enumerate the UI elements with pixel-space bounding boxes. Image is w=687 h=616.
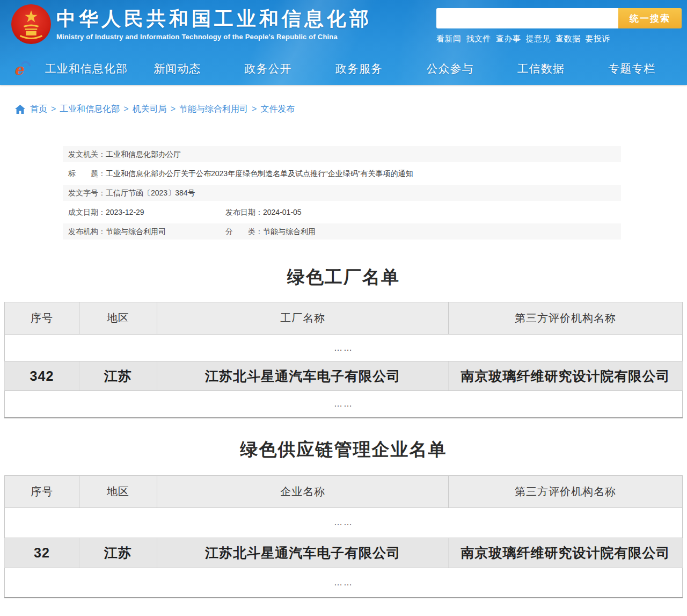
table-header-row: 序号 地区 企业名称 第三方评价机构名称 xyxy=(5,475,683,508)
table-row-342: 342 江苏 江苏北斗星通汽车电子有限公司 南京玻璃纤维研究设计院有限公司 xyxy=(5,361,683,391)
table-row-ellipsis: …… xyxy=(5,568,683,598)
ellipsis-cell: …… xyxy=(5,391,683,418)
meta-value: 工业和信息化部办公厅关于公布2023年度绿色制造名单及试点推行“企业绿码”有关事… xyxy=(106,169,413,178)
home-icon[interactable] xyxy=(15,105,25,114)
table-header-row: 序号 地区 工厂名称 第三方评价机构名称 xyxy=(5,302,683,335)
cell-evaluator: 南京玻璃纤维研究设计院有限公司 xyxy=(449,538,683,568)
cell-number: 32 xyxy=(5,538,79,568)
meta-value: 工业和信息化部办公厅 xyxy=(106,150,181,158)
brand-text: 中华人民共和国工业和信息化部 Ministry of Industry and … xyxy=(56,8,372,41)
site-title: 中华人民共和国工业和信息化部 xyxy=(56,8,372,30)
breadcrumb-separator: > xyxy=(252,104,257,114)
table-row-ellipsis: …… xyxy=(5,508,683,538)
meta-row-issuing-agency: 发文机关：工业和信息化部办公厅 xyxy=(63,146,621,162)
breadcrumb-item-home[interactable]: 首页 xyxy=(30,104,47,115)
cell-factory-name: 江苏北斗星通汽车电子有限公司 xyxy=(157,361,449,391)
banner-top: 中华人民共和国工业和信息化部 Ministry of Industry and … xyxy=(0,0,687,52)
meta-label: 标 题： xyxy=(68,169,106,178)
meta-row-dates: 成文日期：2023-12-29发布日期：2024-01-05 xyxy=(63,204,621,220)
nav-item-miit-data[interactable]: 工信数据 xyxy=(495,61,586,76)
search-area: 统一搜索 看新闻 找文件 查办事 提意见 查数据 要投诉 xyxy=(436,8,682,44)
nav-item-ministry-home[interactable]: 工业和信息化部 xyxy=(41,61,131,76)
nav-item-gov-services[interactable]: 政务服务 xyxy=(313,61,404,76)
quick-link-news[interactable]: 看新闻 xyxy=(436,34,462,44)
cell-evaluator: 南京玻璃纤维研究设计院有限公司 xyxy=(449,361,683,391)
search-input[interactable] xyxy=(436,8,618,28)
quick-link-data[interactable]: 查数据 xyxy=(556,34,581,44)
nav-item-news[interactable]: 新闻动态 xyxy=(131,61,222,76)
ellipsis-cell: …… xyxy=(5,335,683,361)
breadcrumb-separator: > xyxy=(51,104,56,114)
table-row-ellipsis: …… xyxy=(5,391,683,418)
cell-enterprise-name: 江苏北斗星通汽车电子有限公司 xyxy=(157,538,449,568)
column-header-enterprise-name: 企业名称 xyxy=(157,475,449,508)
breadcrumb-item-energy-conservation-dept[interactable]: 节能与综合利用司 xyxy=(179,104,248,115)
meta-value: 2024-01-05 xyxy=(263,208,302,216)
quick-link-documents[interactable]: 找文件 xyxy=(466,34,492,44)
nav-item-public-participation[interactable]: 公众参与 xyxy=(405,61,495,76)
breadcrumb-item-departments[interactable]: 机关司局 xyxy=(133,104,167,115)
column-header-factory-name: 工厂名称 xyxy=(157,302,449,335)
meta-label: 分 类： xyxy=(225,227,263,236)
meta-label: 发文字号： xyxy=(68,189,106,197)
green-factory-list-title: 绿色工厂名单 xyxy=(0,265,687,289)
quick-link-complaints[interactable]: 要投诉 xyxy=(586,34,611,44)
national-emblem-logo xyxy=(11,4,52,45)
column-header-region: 地区 xyxy=(79,475,157,508)
cell-region: 江苏 xyxy=(79,361,157,391)
green-supply-chain-table: 序号 地区 企业名称 第三方评价机构名称 …… 32 江苏 江苏北斗星通汽车电子… xyxy=(4,475,683,599)
quick-links: 看新闻 找文件 查办事 提意见 查数据 要投诉 xyxy=(436,34,682,44)
meta-row-publisher-category: 发布机构：节能与综合利用司分 类：节能与综合利用 xyxy=(63,223,621,240)
main-nav: e 工业和信息化部 新闻动态 政务公开 政务服务 公众参与 工信数据 专题专栏 xyxy=(0,52,687,85)
ellipsis-cell: …… xyxy=(5,568,683,598)
breadcrumb-separator: > xyxy=(171,104,176,114)
quick-link-suggestions[interactable]: 提意见 xyxy=(526,34,551,44)
site-subtitle: Ministry of Industry and Information Tec… xyxy=(56,33,372,41)
quick-link-affairs[interactable]: 查办事 xyxy=(496,34,521,44)
ellipsis-cell: …… xyxy=(5,508,683,538)
breadcrumb-separator: > xyxy=(123,104,128,114)
meta-label: 发布机构： xyxy=(68,227,106,236)
breadcrumb-item-document-release[interactable]: 文件发布 xyxy=(260,104,295,115)
meta-label: 发布日期： xyxy=(225,208,263,216)
table-row-32: 32 江苏 江苏北斗星通汽车电子有限公司 南京玻璃纤维研究设计院有限公司 xyxy=(5,538,683,568)
unified-search-button[interactable]: 统一搜索 xyxy=(618,8,682,28)
cell-number: 342 xyxy=(5,361,79,391)
meta-label: 成文日期： xyxy=(68,208,106,216)
gov-e-logo: e xyxy=(12,59,31,78)
column-header-number: 序号 xyxy=(5,475,79,508)
column-header-region: 地区 xyxy=(79,302,157,335)
column-header-evaluator: 第三方评价机构名称 xyxy=(449,302,683,335)
site-banner: 中华人民共和国工业和信息化部 Ministry of Industry and … xyxy=(0,0,687,85)
meta-value: 2023-12-29 xyxy=(106,208,144,216)
green-factory-table: 序号 地区 工厂名称 第三方评价机构名称 …… 342 江苏 江苏北斗星通汽车电… xyxy=(4,302,683,418)
meta-label: 发文机关： xyxy=(68,150,106,158)
table-row-ellipsis: …… xyxy=(5,335,683,361)
breadcrumb-item-miit[interactable]: 工业和信息化部 xyxy=(60,104,120,115)
column-header-number: 序号 xyxy=(5,302,79,335)
meta-value: 节能与综合利用 xyxy=(263,227,316,236)
nav-item-special-topics[interactable]: 专题专栏 xyxy=(587,61,677,76)
meta-value: 工信厅节函〔2023〕384号 xyxy=(106,189,195,197)
meta-value: 节能与综合利用司 xyxy=(106,227,166,236)
cell-region: 江苏 xyxy=(79,538,157,568)
document-meta: 发文机关：工业和信息化部办公厅 标 题：工业和信息化部办公厅关于公布2023年度… xyxy=(63,146,621,240)
breadcrumb: 首页 > 工业和信息化部 > 机关司局 > 节能与综合利用司 > 文件发布 xyxy=(15,103,687,115)
meta-row-document-number: 发文字号：工信厅节函〔2023〕384号 xyxy=(63,185,621,201)
column-header-evaluator: 第三方评价机构名称 xyxy=(449,475,683,508)
green-supply-chain-list-title: 绿色供应链管理企业名单 xyxy=(0,438,687,461)
nav-item-gov-disclosure[interactable]: 政务公开 xyxy=(223,61,313,76)
meta-row-title: 标 题：工业和信息化部办公厅关于公布2023年度绿色制造名单及试点推行“企业绿码… xyxy=(63,165,621,182)
